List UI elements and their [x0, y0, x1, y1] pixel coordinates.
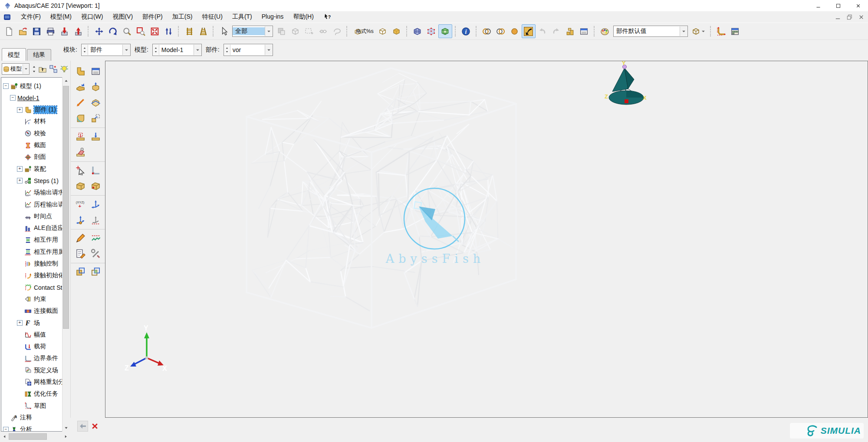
- scroll-down-button[interactable]: [62, 424, 69, 432]
- tree-item[interactable]: +F场: [1, 317, 69, 329]
- close-button[interactable]: [848, 0, 868, 11]
- tree-item[interactable]: 接触控制: [1, 258, 69, 270]
- open-file-button[interactable]: [16, 24, 30, 38]
- folder-up-icon[interactable]: [38, 65, 47, 73]
- menu-item-1[interactable]: 模型(M): [46, 12, 76, 22]
- minimize-button[interactable]: [808, 0, 828, 11]
- toolbox-block-a-button[interactable]: [73, 179, 88, 193]
- probe-arrow-button[interactable]: [522, 24, 536, 38]
- tree-item[interactable]: 预定义场: [1, 364, 69, 376]
- toolbox-partition-button[interactable]: [73, 95, 88, 110]
- wireframe-render-button[interactable]: [376, 24, 390, 38]
- toolbox-bool-a-button[interactable]: [73, 265, 88, 279]
- toolbox-plane-button[interactable]: [89, 95, 103, 110]
- tree-item[interactable]: 连接截面: [1, 305, 69, 317]
- spin-down-icon[interactable]: [32, 70, 36, 73]
- menu-item-0[interactable]: 文件(F): [16, 12, 46, 22]
- tree-item[interactable]: +装配: [1, 163, 69, 175]
- toolbox-stamp-a-button[interactable]: [73, 129, 88, 144]
- color-palette-button[interactable]: [598, 24, 612, 38]
- toolbox-part-button[interactable]: [73, 64, 88, 79]
- selection-scope-combo[interactable]: 全部: [232, 26, 273, 37]
- tree-item[interactable]: ALE自适应网格: [1, 223, 69, 234]
- toolbox-bool-b-button[interactable]: [89, 265, 103, 279]
- tree-item[interactable]: 场输出请求: [1, 187, 69, 199]
- tree-item[interactable]: t时间点: [1, 210, 69, 222]
- context-field-combo-1[interactable]: Model-1: [152, 44, 202, 56]
- toolbox-tools-button[interactable]: [89, 246, 103, 261]
- tree-item[interactable]: 网格重划分规: [1, 377, 69, 388]
- tree-filter-combo[interactable]: 模型: [2, 63, 30, 75]
- boolean-cut-button[interactable]: [508, 24, 522, 38]
- context-field-combo-2[interactable]: vor: [224, 44, 273, 56]
- tree-item[interactable]: 约束: [1, 293, 69, 305]
- tree-item[interactable]: ε材料: [1, 116, 69, 128]
- toolbox-axis-button[interactable]: [89, 197, 103, 211]
- rotate-view-button[interactable]: [106, 24, 120, 38]
- context-help-icon[interactable]: ?: [323, 13, 332, 20]
- mdi-minimize-button[interactable]: [835, 13, 842, 20]
- feature-blocks-button[interactable]: [563, 24, 577, 38]
- tree-hscroll-thumb[interactable]: [9, 433, 47, 440]
- tree-expander-plus[interactable]: +: [17, 178, 23, 183]
- menu-item-4[interactable]: 部件(P): [138, 12, 168, 22]
- menu-item-7[interactable]: 工具(T): [227, 12, 257, 22]
- boolean-merge-button[interactable]: [480, 24, 494, 38]
- import-file-button[interactable]: [57, 24, 71, 38]
- tree-spinner[interactable]: [32, 65, 36, 73]
- tab-results[interactable]: 结果: [27, 49, 51, 61]
- box-zoom-button[interactable]: [134, 24, 148, 38]
- toolbox-block-b-button[interactable]: [89, 179, 103, 193]
- rail-perspective-button[interactable]: [196, 24, 210, 38]
- shaded-green-cube-button[interactable]: [438, 24, 452, 38]
- toolbox-spring-button[interactable]: [89, 231, 103, 245]
- tree-expander-plus[interactable]: +: [17, 320, 23, 326]
- tree-expander-minus[interactable]: −: [3, 427, 9, 432]
- context-field-combo-0[interactable]: 部件: [81, 44, 131, 56]
- toolbox-eraser-button[interactable]: [73, 145, 88, 159]
- menu-item-5[interactable]: 加工(S): [168, 12, 197, 22]
- toolbox-pointer-button[interactable]: [73, 163, 88, 177]
- mdi-close-button[interactable]: [858, 13, 865, 20]
- tree-item[interactable]: 优化任务: [1, 388, 69, 400]
- mesh-cube-button[interactable]: [411, 24, 424, 38]
- tree-item[interactable]: A注释: [1, 412, 69, 423]
- tree-item[interactable]: 边界条件: [1, 353, 69, 364]
- tree-horizontal-scrollbar[interactable]: [1, 433, 69, 440]
- manager-window-button[interactable]: [577, 24, 591, 38]
- cancel-procedure-button[interactable]: [89, 421, 100, 432]
- rail-straight-button[interactable]: [182, 24, 196, 38]
- tree-vscroll-thumb[interactable]: [63, 86, 69, 329]
- shaded-render-button[interactable]: [390, 24, 404, 38]
- view-compass[interactable]: Y Z X: [599, 61, 656, 113]
- tree-item[interactable]: 幅值: [1, 329, 69, 341]
- tree-item[interactable]: +Steps (1): [1, 175, 69, 187]
- cycle-views-button[interactable]: [161, 24, 175, 38]
- save-file-button[interactable]: [30, 24, 43, 38]
- scroll-up-button[interactable]: [62, 77, 69, 85]
- toolbox-corner-button[interactable]: [89, 163, 103, 177]
- tree-item[interactable]: 历程输出请求: [1, 199, 69, 210]
- tree-item[interactable]: −分析: [1, 424, 69, 432]
- toolbox-edit-button[interactable]: [73, 246, 88, 261]
- scroll-right-button[interactable]: [62, 433, 69, 440]
- tree-item[interactable]: 相互作用属性: [1, 246, 69, 258]
- color-code-combo[interactable]: 部件默认值: [613, 26, 688, 37]
- menu-item-2[interactable]: 视口(W): [76, 12, 108, 22]
- menu-item-3[interactable]: 视图(V): [108, 12, 138, 22]
- vertex-cube-button[interactable]: [424, 24, 438, 38]
- tree-expander-plus[interactable]: +: [17, 107, 23, 113]
- options-dialog-button[interactable]: [728, 24, 742, 38]
- measure-button[interactable]: [714, 24, 728, 38]
- toolbox-csys-a-button[interactable]: [73, 213, 88, 227]
- tree-item[interactable]: 载荷: [1, 341, 69, 353]
- menu-item-8[interactable]: Plug-ins: [257, 12, 289, 22]
- lightbulb-icon[interactable]: [60, 65, 69, 73]
- toolbox-feature-b-button[interactable]: [89, 80, 103, 94]
- fit-view-button[interactable]: [148, 24, 161, 38]
- compass-center-handle[interactable]: [625, 99, 628, 103]
- tree-item[interactable]: −Model-1: [1, 92, 69, 104]
- toolbox-csys-b-button[interactable]: [89, 213, 103, 227]
- toolbox-move-button[interactable]: [89, 111, 103, 125]
- maximize-button[interactable]: [828, 0, 848, 11]
